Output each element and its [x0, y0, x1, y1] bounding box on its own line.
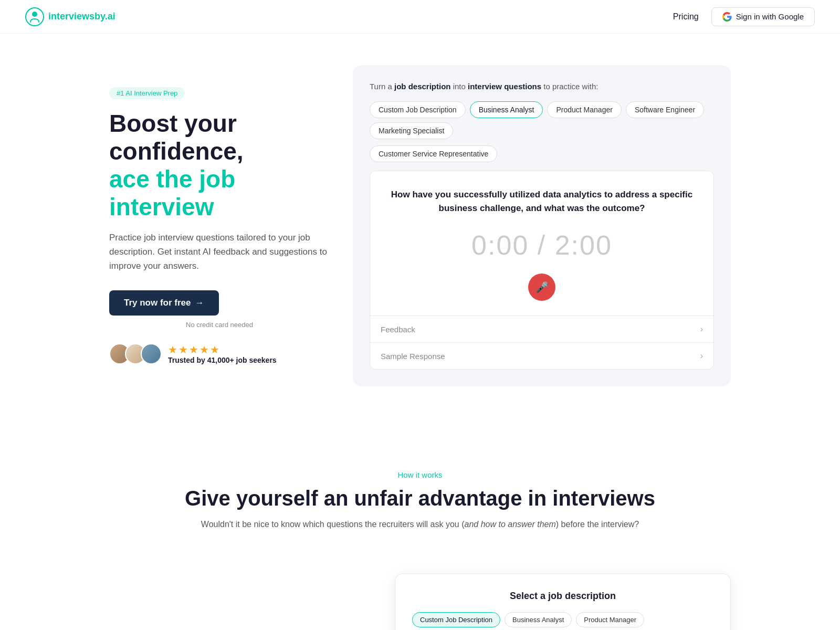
- tag-software-engineer[interactable]: Software Engineer: [626, 101, 704, 118]
- how-section-tag: How it works: [109, 470, 731, 479]
- demo-card: Turn a job description into interview qu…: [353, 65, 731, 386]
- trust-row: ★★★★★ Trusted by 41,000+ job seekers: [109, 343, 330, 364]
- tag-business-analyst[interactable]: Business Analyst: [470, 101, 543, 118]
- tag-customer-service[interactable]: Customer Service Representative: [370, 145, 497, 162]
- hero-section: #1 AI Interview Prep Boost your confiden…: [84, 34, 756, 418]
- question-card: How have you successfully utilized data …: [370, 171, 714, 370]
- nav-actions: Pricing Sign in with Google: [673, 7, 815, 26]
- job-tags-row1: Custom Job Description Business Analyst …: [370, 101, 714, 139]
- preview-tag-custom[interactable]: Custom Job Description: [412, 612, 500, 627]
- logo-icon: [25, 7, 44, 26]
- feedback-label: Feedback: [381, 325, 415, 334]
- preview-tags: Custom Job Description Business Analyst …: [412, 612, 713, 630]
- google-icon: [722, 12, 732, 22]
- microphone-button[interactable]: 🎤: [528, 274, 555, 301]
- demo-intro: Turn a job description into interview qu…: [370, 82, 714, 91]
- avatar: [141, 343, 162, 364]
- sample-response-row[interactable]: Sample Response ›: [370, 342, 713, 369]
- trust-info: ★★★★★ Trusted by 41,000+ job seekers: [168, 343, 277, 364]
- avatar-stack: [109, 343, 162, 364]
- how-section-desc: Wouldn't it be nice to know which questi…: [109, 518, 731, 531]
- chevron-right-icon: ›: [700, 324, 703, 334]
- star-rating: ★★★★★: [168, 343, 277, 356]
- question-text: How have you successfully utilized data …: [385, 188, 699, 215]
- sample-response-label: Sample Response: [381, 352, 445, 361]
- hero-badge: #1 AI Interview Prep: [109, 87, 185, 99]
- job-tags-row2: Customer Service Representative: [370, 145, 714, 162]
- navbar: interviewsby.ai Pricing Sign in with Goo…: [0, 0, 840, 34]
- logo-text: interviewsby.ai: [48, 11, 116, 22]
- signin-button[interactable]: Sign in with Google: [711, 7, 815, 26]
- preview-tag-business-analyst[interactable]: Business Analyst: [505, 612, 572, 627]
- chevron-right-icon: ›: [700, 351, 703, 361]
- hero-left: #1 AI Interview Prep Boost your confiden…: [109, 87, 330, 364]
- question-body: How have you successfully utilized data …: [370, 171, 713, 316]
- select-job-title: Select a job description: [412, 591, 713, 602]
- arrow-icon: →: [195, 298, 204, 308]
- tag-custom-job[interactable]: Custom Job Description: [370, 101, 466, 118]
- how-section: How it works Give yourself an unfair adv…: [0, 418, 840, 573]
- pricing-link[interactable]: Pricing: [673, 12, 699, 22]
- feedback-row[interactable]: Feedback ›: [370, 316, 713, 342]
- cta-button[interactable]: Try now for free →: [109, 290, 219, 316]
- preview-section: Select a job description Custom Job Desc…: [84, 573, 756, 630]
- preview-tag-product-manager[interactable]: Product Manager: [576, 612, 644, 627]
- select-job-card: Select a job description Custom Job Desc…: [395, 573, 731, 630]
- trust-text: Trusted by 41,000+ job seekers: [168, 356, 277, 364]
- hero-desc: Practice job interview questions tailore…: [109, 230, 330, 274]
- tag-product-manager[interactable]: Product Manager: [547, 101, 621, 118]
- tag-marketing-specialist[interactable]: Marketing Specialist: [370, 122, 453, 139]
- svg-point-1: [32, 12, 37, 17]
- how-section-title: Give yourself an unfair advantage in int…: [109, 487, 731, 510]
- microphone-icon: 🎤: [536, 281, 549, 293]
- logo-link[interactable]: interviewsby.ai: [25, 7, 116, 26]
- no-credit-card-label: No credit card needed: [109, 321, 330, 329]
- timer-display: 0:00 / 2:00: [385, 229, 699, 261]
- hero-title: Boost your confidence, ace the job inter…: [109, 110, 330, 221]
